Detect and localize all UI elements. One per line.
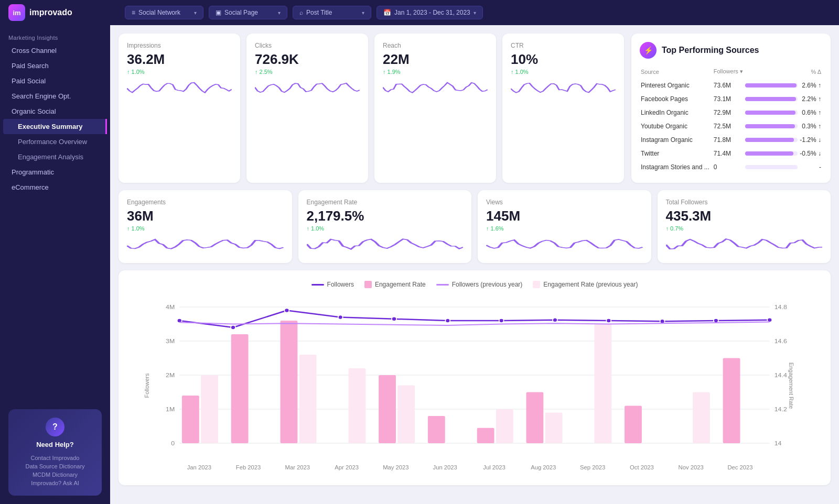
svg-rect-29 (545, 413, 563, 444)
help-icon: ? (46, 418, 64, 436)
social-page-filter-icon: ▣ (216, 9, 221, 16)
post-title-filter-arrow: ▾ (362, 10, 364, 16)
social-page-filter-arrow: ▾ (278, 10, 281, 16)
svg-text:0: 0 (171, 440, 175, 446)
nav-item-programmatic[interactable]: Programmatic (3, 165, 107, 180)
bar-fill (745, 111, 795, 115)
svg-point-37 (445, 319, 450, 323)
post-title-filter[interactable]: ⌕Post Title▾ (293, 6, 371, 19)
data-source-link[interactable]: Data Source Dictionary (17, 462, 93, 470)
svg-rect-22 (625, 406, 642, 444)
svg-rect-19 (428, 416, 445, 443)
svg-text:1M: 1M (166, 406, 175, 412)
sources-header: ⚡ Top Performing Sources (640, 42, 822, 59)
metric-change-clicks: ↑ 2.5% (255, 69, 360, 75)
svg-rect-17 (281, 321, 298, 443)
metric-card-engagement-rate: Engagement Rate 2,179.5% ↑ 1.0% (298, 190, 472, 263)
svg-text:3M: 3M (166, 338, 175, 344)
metric-label-ctr: CTR (511, 42, 616, 49)
svg-point-41 (660, 319, 665, 323)
table-row: Youtube Organic 72.5M 0.3% ↑ (641, 120, 821, 133)
source-name: Twitter (641, 147, 713, 160)
source-followers: 73.1M (714, 93, 745, 105)
source-name: Instagram Stories and ... (641, 161, 713, 173)
svg-text:Oct 2023: Oct 2023 (630, 465, 654, 470)
sparkline-engagement-rate (307, 236, 464, 255)
sparkline-impressions (127, 79, 232, 98)
svg-text:14: 14 (775, 440, 782, 446)
source-change: 2.2% ↑ (799, 93, 821, 105)
date-filter[interactable]: 📅Jan 1, 2023 - Dec 31, 2023▾ (377, 6, 483, 19)
legend-label: Followers (327, 281, 354, 288)
date-filter-label: Jan 1, 2023 - Dec 31, 2023 (394, 9, 470, 16)
metric-label-views: Views (486, 199, 643, 206)
svg-rect-18 (379, 375, 396, 443)
metric-card-reach: Reach 22M ↑ 1.9% (374, 34, 496, 183)
svg-point-43 (767, 318, 772, 322)
svg-rect-30 (594, 324, 611, 444)
source-followers: 73.6M (714, 79, 745, 92)
col-bar (745, 67, 798, 78)
sidebar: Marketing InsightsCross ChannelPaid Sear… (0, 25, 110, 504)
svg-point-38 (499, 319, 504, 323)
source-followers: 71.8M (714, 134, 745, 146)
metric-value-reach: 22M (383, 51, 488, 68)
post-title-filter-icon: ⌕ (299, 9, 303, 16)
nav-item-cross-channel[interactable]: Cross Channel (3, 43, 107, 58)
metric-value-total-followers: 435.3M (666, 208, 823, 224)
source-followers: 72.9M (714, 106, 745, 119)
metric-card-engagements: Engagements 36M ↑ 1.0% (119, 190, 292, 263)
svg-text:14.4: 14.4 (775, 372, 788, 378)
nav-item-search-engine-opt[interactable]: Search Engine Opt. (3, 89, 107, 104)
bar-bg (745, 97, 798, 101)
logo-mark: im (8, 4, 25, 21)
svg-text:Jun 2023: Jun 2023 (433, 465, 457, 470)
metric-change-total-followers: ↑ 0.7% (666, 225, 823, 232)
svg-point-40 (606, 319, 611, 323)
legend-line-color (436, 284, 449, 286)
sources-title: Top Performing Sources (662, 46, 759, 55)
social-network-filter[interactable]: ≡Social Network▾ (125, 6, 203, 19)
col-source: Source (641, 67, 713, 78)
bar-fill (745, 124, 795, 128)
source-name: Instagram Organic (641, 134, 713, 146)
metric-label-engagement-rate: Engagement Rate (307, 199, 464, 206)
nav-item-paid-social[interactable]: Paid Social (3, 73, 107, 89)
svg-text:May 2023: May 2023 (383, 465, 408, 470)
logo-text: improvado (29, 8, 72, 17)
svg-rect-15 (182, 396, 199, 443)
svg-rect-16 (231, 334, 249, 443)
table-row: Twitter 71.4M -0.5% ↓ (641, 147, 821, 160)
nav-item-ecommerce[interactable]: eCommerce (3, 180, 107, 195)
metrics-top-row: Impressions 36.2M ↑ 1.0% Clicks 726.9K ↑… (119, 34, 831, 183)
metrics-bottom-row: Engagements 36M ↑ 1.0% Engagement Rate 2… (119, 190, 831, 263)
mcdm-link[interactable]: MCDM Dictionary (17, 470, 93, 479)
ask-ai-link[interactable]: Improvado? Ask AI (17, 479, 93, 487)
contact-link[interactable]: Contact Improvado (17, 454, 93, 462)
metric-card-views: Views 145M ↑ 1.6% (478, 190, 651, 263)
sources-table: Source Followers ▾ % Δ Pinterest Organic… (640, 66, 822, 174)
nav-group-organic-social[interactable]: Organic Social (3, 104, 107, 119)
legend-bar-color (364, 281, 372, 288)
metric-value-clicks: 726.9K (255, 51, 360, 68)
chart-legend: FollowersEngagement RateFollowers (previ… (129, 281, 820, 288)
source-followers: 71.4M (714, 147, 745, 160)
source-change: 0.6% ↑ (799, 106, 821, 119)
svg-text:14.6: 14.6 (775, 338, 787, 344)
help-box: ? Need Help? Contact ImprovadoData Sourc… (8, 409, 102, 496)
metric-label-reach: Reach (383, 42, 488, 49)
nav-item-performance-overview[interactable]: Performance Overview (3, 134, 107, 149)
nav-item-paid-search[interactable]: Paid Search (3, 58, 107, 73)
nav-item-engagement-analysis[interactable]: Engagement Analysis (3, 149, 107, 165)
nav-item-executive-summary[interactable]: Executive Summary (3, 119, 107, 134)
need-help-title: Need Help? (17, 441, 93, 448)
social-page-filter[interactable]: ▣Social Page▾ (209, 6, 287, 19)
metric-card-clicks: Clicks 726.9K ↑ 2.5% (246, 34, 368, 183)
svg-rect-21 (526, 392, 543, 444)
svg-rect-28 (496, 409, 513, 443)
svg-point-42 (714, 319, 718, 323)
svg-rect-26 (349, 368, 366, 443)
bar-bg (745, 83, 798, 87)
metric-value-ctr: 10% (511, 51, 616, 68)
bar-fill (745, 83, 797, 87)
